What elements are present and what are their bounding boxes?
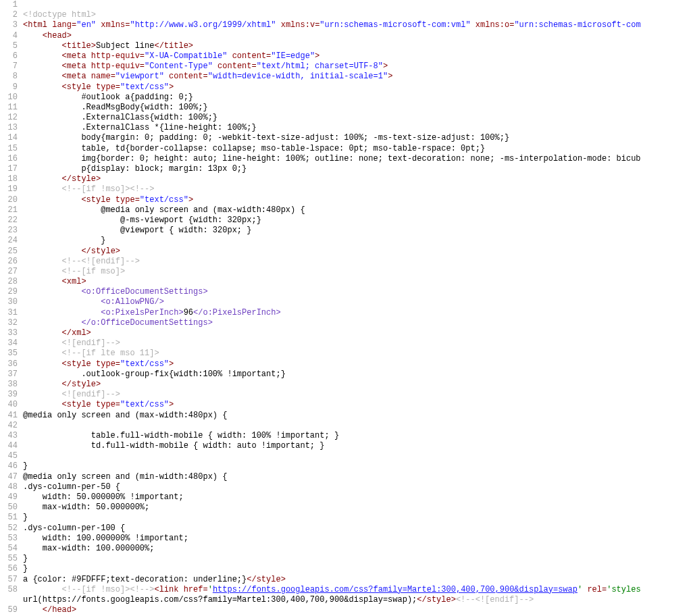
syntax-token: url(https://fonts.googleapis.com/css?fam… xyxy=(23,595,417,605)
syntax-token: "IE=edge" xyxy=(271,51,315,61)
code-line[interactable]: max-width: 100.000000%; xyxy=(23,544,693,554)
code-line[interactable]: <meta http-equiv="X-UA-Compatible" conte… xyxy=(23,51,693,61)
code-line[interactable]: .outlook-group-fix{width:100% !important… xyxy=(23,369,693,380)
syntax-token xyxy=(23,41,62,51)
syntax-token: <style xyxy=(62,82,96,92)
code-line[interactable]: <meta name="viewport" content="width=dev… xyxy=(23,72,693,82)
code-line[interactable]: <!--<![endif]--> xyxy=(23,257,693,267)
syntax-token: .ExternalClass *{line-height: 100%;} xyxy=(23,123,257,132)
code-line[interactable]: img{border: 0; height: auto; line-height… xyxy=(23,154,693,164)
syntax-token: #outlook a{padding: 0;} xyxy=(23,93,193,102)
code-line[interactable]: .ExternalClass *{line-height: 100%;} xyxy=(23,123,693,133)
code-line[interactable]: <!doctype html> xyxy=(23,10,693,20)
line-number: 10 xyxy=(0,93,18,103)
code-line[interactable]: <!--[if !mso]><!--><link href='https://f… xyxy=(23,585,693,595)
code-line[interactable]: </o:OfficeDocumentSettings> xyxy=(23,318,693,328)
code-line[interactable]: <![endif]--> xyxy=(23,338,693,349)
code-line[interactable]: @viewport { width: 320px; } xyxy=(23,226,693,236)
code-line[interactable] xyxy=(23,0,693,10)
line-number: 2 xyxy=(0,10,18,20)
syntax-token: </style> xyxy=(417,595,456,605)
code-line[interactable]: <style type="text/css"> xyxy=(23,82,693,93)
line-number: 18 xyxy=(0,174,18,184)
code-line[interactable]: @media only screen and (max-width:480px)… xyxy=(23,205,693,215)
code-line[interactable] xyxy=(23,421,693,431)
line-number: 51 xyxy=(0,513,18,523)
code-line[interactable]: url(https://fonts.googleapis.com/css?fam… xyxy=(23,595,693,605)
code-line[interactable]: @-ms-viewport {width: 320px;} xyxy=(23,215,693,226)
code-line[interactable]: <xml> xyxy=(23,277,693,287)
syntax-token xyxy=(23,380,62,389)
syntax-token: </o:OfficeDocumentSettings> xyxy=(81,318,212,328)
code-line[interactable]: table, td{border-collapse: collapse; mso… xyxy=(23,144,693,154)
code-line[interactable]: width: 50.000000% !important; xyxy=(23,492,693,503)
code-line[interactable]: <head> xyxy=(23,31,693,41)
syntax-token: <head> xyxy=(43,31,72,41)
syntax-token: = xyxy=(116,359,120,369)
code-line[interactable]: <style type="text/css"> xyxy=(23,359,693,369)
syntax-token: "en" xyxy=(76,20,96,30)
code-line[interactable] xyxy=(23,451,693,461)
line-number: 29 xyxy=(0,287,18,297)
code-line[interactable]: <o:OfficeDocumentSettings> xyxy=(23,287,693,297)
code-line[interactable]: <html lang="en" xmlns="http://www.w3.org… xyxy=(23,20,693,30)
line-number: 8 xyxy=(0,72,18,82)
syntax-token: type xyxy=(116,195,135,205)
syntax-token: = xyxy=(111,72,116,81)
syntax-token: = xyxy=(203,72,207,81)
code-line[interactable]: table.full-width-mobile { width: 100% !i… xyxy=(23,431,693,441)
code-line[interactable]: #outlook a{padding: 0;} xyxy=(23,93,693,103)
code-line[interactable]: <title>Subject line</title> xyxy=(23,41,693,51)
code-line[interactable]: <!--[if !mso]><!--> xyxy=(23,184,693,195)
code-line[interactable]: .dys-column-per-100 { xyxy=(23,523,693,534)
code-line[interactable]: .dys-column-per-50 { xyxy=(23,482,693,492)
syntax-token: <style xyxy=(62,400,96,409)
code-line[interactable]: .ExternalClass{width: 100%;} xyxy=(23,113,693,123)
syntax-token: "urn:schemas-microsoft-com:vml" xyxy=(319,20,470,30)
code-line[interactable]: } xyxy=(23,513,693,523)
syntax-token: type xyxy=(96,82,116,92)
code-line[interactable]: .ReadMsgBody{width: 100%;} xyxy=(23,103,693,113)
code-line[interactable]: <!--[if mso]> xyxy=(23,267,693,277)
syntax-token: = xyxy=(252,61,257,71)
code-line[interactable]: <!--[if lte mso 11]> xyxy=(23,349,693,359)
code-line[interactable]: <style type="text/css"> xyxy=(23,195,693,205)
code-line[interactable]: } xyxy=(23,236,693,246)
code-line[interactable]: <![endif]--> xyxy=(23,390,693,400)
code-line[interactable]: </xml> xyxy=(23,328,693,338)
code-line[interactable]: </style> xyxy=(23,247,693,257)
code-line[interactable]: width: 100.000000% !important; xyxy=(23,534,693,544)
syntax-token xyxy=(23,195,81,205)
syntax-token: Subject line xyxy=(96,41,154,51)
code-line[interactable]: max-width: 50.000000%; xyxy=(23,503,693,513)
syntax-token: <![endif]--> xyxy=(62,390,120,399)
line-number: 56 xyxy=(0,564,18,574)
code-line[interactable]: } xyxy=(23,461,693,471)
syntax-token: } xyxy=(23,513,28,522)
line-number: 26 xyxy=(0,257,18,267)
syntax-token: "Content-Type" xyxy=(145,61,213,71)
code-line[interactable]: <style type="text/css"> xyxy=(23,400,693,410)
syntax-token: xmlns:v xyxy=(281,20,315,30)
code-editor[interactable]: 1234567891011121314151617181920212223242… xyxy=(0,0,693,616)
code-line[interactable]: } xyxy=(23,564,693,574)
code-line[interactable]: </style> xyxy=(23,380,693,390)
code-line[interactable]: body{margin: 0; padding: 0; -webkit-text… xyxy=(23,133,693,143)
code-line[interactable]: @media only screen and (min-width:480px)… xyxy=(23,472,693,482)
code-line[interactable]: a {color: #9FDFFF;text-decoration: under… xyxy=(23,575,693,585)
code-content[interactable]: <!doctype html><html lang="en" xmlns="ht… xyxy=(22,0,693,616)
syntax-token: <link xyxy=(154,585,183,594)
code-line[interactable]: td.full-width-mobile { width: auto !impo… xyxy=(23,441,693,451)
syntax-token: content xyxy=(169,72,203,81)
syntax-token: <!doctype html> xyxy=(23,10,96,20)
code-line[interactable]: <o:AllowPNG/> xyxy=(23,297,693,307)
code-line[interactable]: <o:PixelsPerInch>96</o:PixelsPerInch> xyxy=(23,308,693,318)
code-line[interactable]: </style> xyxy=(23,174,693,184)
code-line[interactable]: } xyxy=(23,554,693,564)
code-line[interactable]: @media only screen and (max-width:480px)… xyxy=(23,411,693,421)
syntax-token: name xyxy=(91,72,111,81)
syntax-token: "text/css" xyxy=(120,359,169,369)
code-line[interactable]: </head> xyxy=(23,605,693,615)
code-line[interactable]: <meta http-equiv="Content-Type" content=… xyxy=(23,61,693,72)
code-line[interactable]: p{display: block; margin: 13px 0;} xyxy=(23,164,693,174)
